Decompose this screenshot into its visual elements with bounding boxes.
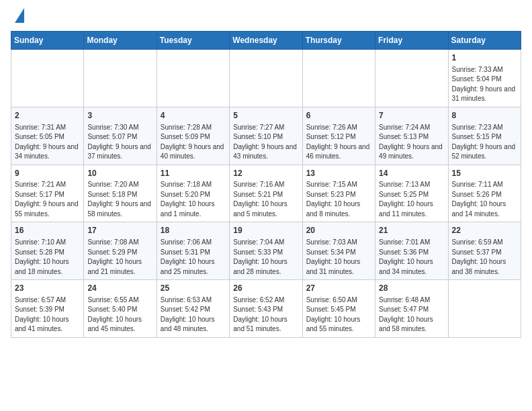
day-info: Sunrise: 7:01 AM Sunset: 5:36 PM Dayligh…	[379, 238, 444, 277]
calendar-table: SundayMondayTuesdayWednesdayThursdayFrid…	[11, 31, 521, 338]
calendar-cell: 18Sunrise: 7:06 AM Sunset: 5:31 PM Dayli…	[157, 222, 229, 280]
calendar-cell: 23Sunrise: 6:57 AM Sunset: 5:39 PM Dayli…	[11, 280, 84, 338]
day-info: Sunrise: 6:48 AM Sunset: 5:47 PM Dayligh…	[379, 295, 444, 334]
day-info: Sunrise: 7:03 AM Sunset: 5:34 PM Dayligh…	[306, 238, 371, 277]
day-info: Sunrise: 7:08 AM Sunset: 5:29 PM Dayligh…	[87, 238, 152, 277]
calendar-cell: 6Sunrise: 7:26 AM Sunset: 5:12 PM Daylig…	[302, 107, 375, 165]
day-number: 14	[379, 168, 444, 179]
day-number: 1	[452, 52, 517, 64]
calendar-cell	[230, 50, 302, 107]
weekday-header-monday: Monday	[84, 32, 157, 50]
day-number: 13	[306, 168, 371, 179]
day-number: 4	[161, 110, 226, 122]
day-info: Sunrise: 7:23 AM Sunset: 5:15 PM Dayligh…	[452, 123, 517, 162]
calendar-cell: 21Sunrise: 7:01 AM Sunset: 5:36 PM Dayli…	[375, 222, 448, 280]
calendar-cell: 14Sunrise: 7:13 AM Sunset: 5:25 PM Dayli…	[375, 165, 448, 222]
day-number: 27	[306, 283, 371, 294]
day-info: Sunrise: 7:10 AM Sunset: 5:28 PM Dayligh…	[15, 238, 80, 277]
weekday-header-thursday: Thursday	[302, 32, 375, 50]
calendar-cell: 8Sunrise: 7:23 AM Sunset: 5:15 PM Daylig…	[448, 107, 521, 165]
calendar-cell: 15Sunrise: 7:11 AM Sunset: 5:26 PM Dayli…	[448, 165, 521, 222]
day-number: 10	[87, 168, 152, 179]
day-info: Sunrise: 7:20 AM Sunset: 5:18 PM Dayligh…	[87, 180, 152, 219]
calendar-cell	[302, 50, 375, 107]
day-number: 17	[87, 225, 152, 236]
day-number: 5	[233, 110, 298, 122]
day-number: 28	[379, 283, 444, 294]
weekday-header-tuesday: Tuesday	[157, 32, 229, 50]
day-info: Sunrise: 7:21 AM Sunset: 5:17 PM Dayligh…	[15, 180, 80, 219]
day-info: Sunrise: 7:30 AM Sunset: 5:07 PM Dayligh…	[87, 123, 152, 162]
calendar-cell: 10Sunrise: 7:20 AM Sunset: 5:18 PM Dayli…	[84, 165, 157, 222]
calendar-cell: 3Sunrise: 7:30 AM Sunset: 5:07 PM Daylig…	[84, 107, 157, 165]
day-info: Sunrise: 7:33 AM Sunset: 5:04 PM Dayligh…	[452, 65, 517, 104]
day-info: Sunrise: 6:52 AM Sunset: 5:43 PM Dayligh…	[233, 295, 298, 334]
day-number: 15	[452, 168, 517, 179]
day-info: Sunrise: 6:55 AM Sunset: 5:40 PM Dayligh…	[87, 295, 152, 334]
calendar-cell	[84, 50, 157, 107]
day-number: 18	[161, 225, 226, 236]
weekday-header-saturday: Saturday	[448, 32, 521, 50]
calendar-cell	[11, 50, 84, 107]
calendar-cell	[375, 50, 448, 107]
day-number: 26	[233, 283, 298, 294]
day-info: Sunrise: 7:15 AM Sunset: 5:23 PM Dayligh…	[306, 180, 371, 219]
weekday-header-friday: Friday	[375, 32, 448, 50]
day-info: Sunrise: 6:59 AM Sunset: 5:37 PM Dayligh…	[452, 238, 517, 277]
day-info: Sunrise: 7:13 AM Sunset: 5:25 PM Dayligh…	[379, 180, 444, 219]
calendar-cell: 9Sunrise: 7:21 AM Sunset: 5:17 PM Daylig…	[11, 165, 84, 222]
calendar-cell: 20Sunrise: 7:03 AM Sunset: 5:34 PM Dayli…	[302, 222, 375, 280]
calendar-cell: 25Sunrise: 6:53 AM Sunset: 5:42 PM Dayli…	[157, 280, 229, 338]
day-number: 12	[233, 168, 298, 179]
day-info: Sunrise: 6:50 AM Sunset: 5:45 PM Dayligh…	[306, 295, 371, 334]
logo	[11, 11, 24, 23]
day-info: Sunrise: 7:24 AM Sunset: 5:13 PM Dayligh…	[379, 123, 444, 162]
day-number: 9	[15, 168, 80, 179]
day-info: Sunrise: 6:57 AM Sunset: 5:39 PM Dayligh…	[15, 295, 80, 334]
day-info: Sunrise: 6:53 AM Sunset: 5:42 PM Dayligh…	[161, 295, 226, 334]
day-info: Sunrise: 7:16 AM Sunset: 5:21 PM Dayligh…	[233, 180, 298, 219]
day-info: Sunrise: 7:31 AM Sunset: 5:05 PM Dayligh…	[15, 123, 80, 162]
day-number: 2	[15, 110, 80, 122]
day-info: Sunrise: 7:04 AM Sunset: 5:33 PM Dayligh…	[233, 238, 298, 277]
calendar-cell: 12Sunrise: 7:16 AM Sunset: 5:21 PM Dayli…	[230, 165, 302, 222]
calendar-cell: 24Sunrise: 6:55 AM Sunset: 5:40 PM Dayli…	[84, 280, 157, 338]
day-info: Sunrise: 7:26 AM Sunset: 5:12 PM Dayligh…	[306, 123, 371, 162]
calendar-cell	[448, 280, 521, 338]
calendar-cell: 16Sunrise: 7:10 AM Sunset: 5:28 PM Dayli…	[11, 222, 84, 280]
day-number: 16	[15, 225, 80, 236]
calendar-week-row: 23Sunrise: 6:57 AM Sunset: 5:39 PM Dayli…	[11, 280, 521, 338]
day-number: 23	[15, 283, 80, 294]
calendar-cell: 28Sunrise: 6:48 AM Sunset: 5:47 PM Dayli…	[375, 280, 448, 338]
day-info: Sunrise: 7:27 AM Sunset: 5:10 PM Dayligh…	[233, 123, 298, 162]
calendar-cell	[157, 50, 229, 107]
day-number: 6	[306, 110, 371, 122]
day-number: 11	[161, 168, 226, 179]
calendar-cell: 2Sunrise: 7:31 AM Sunset: 5:05 PM Daylig…	[11, 107, 84, 165]
day-number: 24	[87, 283, 152, 294]
day-number: 3	[87, 110, 152, 122]
calendar-cell: 1Sunrise: 7:33 AM Sunset: 5:04 PM Daylig…	[448, 50, 521, 107]
day-number: 7	[379, 110, 444, 122]
day-info: Sunrise: 7:06 AM Sunset: 5:31 PM Dayligh…	[161, 238, 226, 277]
calendar-week-row: 9Sunrise: 7:21 AM Sunset: 5:17 PM Daylig…	[11, 165, 521, 222]
calendar-cell: 13Sunrise: 7:15 AM Sunset: 5:23 PM Dayli…	[302, 165, 375, 222]
calendar-cell: 5Sunrise: 7:27 AM Sunset: 5:10 PM Daylig…	[230, 107, 302, 165]
calendar-week-row: 1Sunrise: 7:33 AM Sunset: 5:04 PM Daylig…	[11, 50, 521, 107]
calendar-week-row: 2Sunrise: 7:31 AM Sunset: 5:05 PM Daylig…	[11, 107, 521, 165]
day-number: 8	[452, 110, 517, 122]
calendar-cell: 17Sunrise: 7:08 AM Sunset: 5:29 PM Dayli…	[84, 222, 157, 280]
calendar-cell: 22Sunrise: 6:59 AM Sunset: 5:37 PM Dayli…	[448, 222, 521, 280]
day-number: 25	[161, 283, 226, 294]
day-number: 22	[452, 225, 517, 236]
day-info: Sunrise: 7:11 AM Sunset: 5:26 PM Dayligh…	[452, 180, 517, 219]
calendar-cell: 7Sunrise: 7:24 AM Sunset: 5:13 PM Daylig…	[375, 107, 448, 165]
day-number: 21	[379, 225, 444, 236]
weekday-header-wednesday: Wednesday	[230, 32, 302, 50]
calendar-cell: 26Sunrise: 6:52 AM Sunset: 5:43 PM Dayli…	[230, 280, 302, 338]
calendar-cell: 19Sunrise: 7:04 AM Sunset: 5:33 PM Dayli…	[230, 222, 302, 280]
weekday-header-sunday: Sunday	[11, 32, 84, 50]
page-header	[11, 11, 521, 23]
day-number: 20	[306, 225, 371, 236]
day-number: 19	[233, 225, 298, 236]
